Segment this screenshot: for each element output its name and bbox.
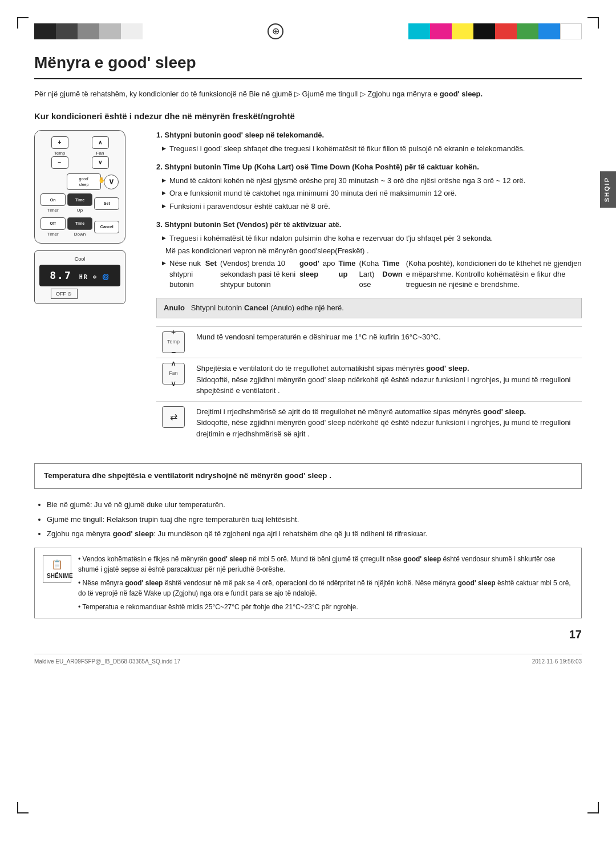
color-bar-right <box>408 23 582 39</box>
remote-set-btn[interactable]: Set <box>94 197 119 210</box>
remote-on-timer-col: On Timer <box>40 193 66 213</box>
fan-description-plain2: Sidoqoftë, nëse zgjidhni mënyrën good' s… <box>196 375 571 395</box>
color-block-light <box>99 23 121 39</box>
color-bar-left <box>34 23 143 39</box>
temp-icon-box: + Temp − <box>162 331 185 353</box>
step3-bullet1b-text: Më pas kondicioneri vepron në mënyrën go… <box>165 246 369 255</box>
color-block-black <box>34 23 56 39</box>
step3-bullet2-mid4: (Koha poshtë), kondicioneri do të kthehe… <box>406 258 582 290</box>
step1-suffix: në telekomandë. <box>264 131 324 139</box>
step3-bullet1: Treguesi i kohëmatësit të fikur ndalon p… <box>156 233 582 244</box>
bullet-item-3: Zgjohu nga mënyra good' sleep: Ju mundës… <box>47 528 582 540</box>
step3: 3. Shtypni butonin Set (Vendos) për të a… <box>156 220 582 290</box>
bottom-bullet-list: Bie në gjumë: Ju vë në gjumë duke ulur t… <box>34 499 582 540</box>
color-block-green <box>517 23 538 39</box>
remote-minus-btn[interactable]: − <box>51 156 68 169</box>
page: SHQIP ⊕ Mënyra e good' sleep Për një gju… <box>0 0 616 842</box>
remote-row2: good' sleep ✋ ∨ <box>39 173 120 191</box>
footer: Maldive EU_AR09FSFP@_IB_DB68-03365A_SQ.i… <box>34 654 582 666</box>
note2-bold1: good' sleep <box>125 579 163 587</box>
remote-good-sleep-btn[interactable]: good' sleep ✋ <box>67 173 101 191</box>
remote-off-timer-label: Timer <box>47 231 59 237</box>
icon-cell-fan: ∧ Fan ∨ <box>156 358 191 402</box>
top-bar-center: ⊕ <box>143 23 408 39</box>
corner-mark-br <box>587 802 599 813</box>
step2-bullet2: Ora e funksionit mund të caktohet nga mi… <box>156 188 582 199</box>
remote-temp-label: Temp <box>54 150 66 156</box>
corner-mark-bl <box>17 802 29 813</box>
step3-bullet2-mid2: apo <box>323 258 335 290</box>
step2-prefix: 2. Shtypni butonin <box>156 163 223 171</box>
remote-off-timer-btn[interactable]: Off <box>40 217 66 230</box>
remote-on-timer-btn[interactable]: On <box>40 193 66 206</box>
step3-bullet2-mid3: (Koha Lart) ose <box>359 258 379 290</box>
display-off-label: OFF ⊙ <box>51 289 78 299</box>
footer-left: Maldive EU_AR09FSFP@_IB_DB68-03365A_SQ.i… <box>34 658 180 666</box>
icon-table-row-direction: ⇄ Drejtimi i rrjedhshmërisë së ajrit do … <box>156 401 582 444</box>
remote-on-timer-label: Timer <box>47 207 59 213</box>
display-screen: 8.7 HR ❄ 🌀 <box>39 265 120 286</box>
footer-right: 2012-11-6 19:56:03 <box>532 658 582 666</box>
step3-bullet1b: Më pas kondicioneri vepron në mënyrën go… <box>156 246 582 256</box>
icon-cell-direction: ⇄ <box>156 401 191 444</box>
icon-table-text-direction: Drejtimi i rrjedhshmërisë së ajrit do të… <box>191 401 582 444</box>
color-block-yellow <box>452 23 473 39</box>
remote-row3: On Timer Time Up Set <box>39 193 120 213</box>
remote-time-down-btn[interactable]: Time <box>67 217 92 230</box>
bottom-highlight: Temperatura dhe shpejtësia e ventilatori… <box>34 463 582 489</box>
remote-cancel-btn[interactable]: Cancel <box>94 221 119 233</box>
fan-description-plain: Shpejtësia e ventilatorit do të rregullo… <box>196 364 426 373</box>
color-block-white <box>560 23 582 39</box>
bullet-item-1: Bie në gjumë: Ju vë në gjumë duke ulur t… <box>47 499 582 511</box>
step2-bold3: kohën. <box>455 163 479 171</box>
section1-heading: Kur kondicioneri është i ndezur dhe në m… <box>34 110 582 122</box>
step2-title: 2. Shtypni butonin Time Up (Koha Lart) o… <box>156 162 582 172</box>
remote-time-down-label: Down <box>74 231 86 237</box>
direction-icon-box: ⇄ <box>162 406 185 428</box>
fan-description-bold: good' sleep. <box>426 364 469 373</box>
anulo-text-bold: Cancel <box>244 303 269 312</box>
remote-fan-label: Fan <box>96 150 104 156</box>
step2-bullet1: Mund të caktoni kohën në njësi gjysmë or… <box>156 176 582 186</box>
remote-fan-down-btn[interactable]: ∨ <box>92 156 109 169</box>
step3-bold1: Set <box>223 220 234 229</box>
direction-description-plain1: Drejtimi i rrjedhshmërisë së ajrit do të… <box>196 407 483 416</box>
notes-box: 📋 SHËNIME • Vendos kohëmatësin e fikjes … <box>34 548 582 618</box>
step3-bullet1-text: Treguesi i kohëmatësit të fikur ndalon p… <box>169 233 493 244</box>
bottom-highlight-text: Temperatura dhe shpejtësia e ventilatori… <box>44 471 331 480</box>
step2: 2. Shtypni butonin Time Up (Koha Lart) o… <box>156 162 582 212</box>
icon-cell-temp: + Temp − <box>156 327 191 358</box>
anulo-box: Anulo Shtypni butonin Cancel (Anulo) edh… <box>156 298 582 318</box>
step2-bullet2-text: Ora e funksionit mund të caktohet nga mi… <box>169 188 457 199</box>
display-value: 8.7 <box>50 269 72 281</box>
bullet-item-2: Gjumë me tingull: Relakson trupin tuaj d… <box>47 514 582 525</box>
left-column: + Temp − ∧ Fan ∨ good' sleep <box>34 130 143 452</box>
remote-fan-up-btn[interactable]: ∧ <box>92 136 109 149</box>
display-unit: HR ❄ 🌀 <box>79 274 110 280</box>
step2-mid2: (Koha Poshtë) për të caktuar <box>350 163 455 171</box>
notes-label: SHËNIME <box>47 572 67 580</box>
anulo-text-mid: (Anulo) edhe një herë. <box>269 303 344 312</box>
step1-bullet1: Treguesi i good' sleep shfaqet dhe tregu… <box>156 144 582 154</box>
step2-bold2: Time Down <box>311 163 350 171</box>
notes-items: • Vendos kohëmatësin e fikjes në mënyrën… <box>78 554 573 612</box>
remote-plus-btn[interactable]: + <box>51 136 68 149</box>
note-item-3: • Temperatua e rekomanduar është midis 2… <box>78 602 573 612</box>
remote-off-timer-col: Off Timer <box>40 217 66 237</box>
color-block-red <box>495 23 517 39</box>
remote-fan-col: ∧ Fan ∨ <box>92 136 109 169</box>
corner-mark-tr <box>587 17 599 29</box>
icon-table-text-fan: Shpejtësia e ventilatorit do të rregullo… <box>191 358 582 402</box>
color-block-lighter <box>121 23 143 39</box>
icon-table-row-fan: ∧ Fan ∨ Shpejtësia e ventilatorit do të … <box>156 358 582 402</box>
step1-bold: good' sleep <box>223 131 264 139</box>
notes-icon-box: 📋 SHËNIME <box>43 555 71 583</box>
direction-description-plain2: Sidoqoftë, nëse zgjidhni mënyrën good' s… <box>196 418 571 438</box>
step2-mid1: (Koha Lart) osë <box>252 163 311 171</box>
step3-bullet2-bold3: Time up <box>338 258 355 290</box>
icon-table-row-temp: + Temp − Mund të vendosni temperaturën e… <box>156 327 582 358</box>
remote-set-col: Set <box>94 197 119 210</box>
remote-time-up-btn[interactable]: Time <box>67 193 92 206</box>
remote-check-btn[interactable]: ∨ <box>104 175 119 189</box>
note1-prefix: Vendos kohëmatësin e fikjes në mënyrën <box>83 555 209 563</box>
